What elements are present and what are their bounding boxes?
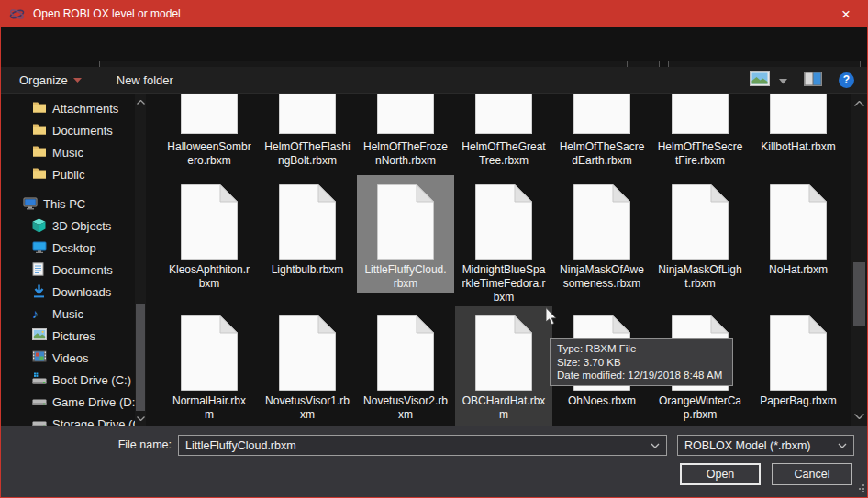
file-item[interactable]: NovetusVisor1.rb xm bbox=[259, 306, 356, 426]
file-item[interactable]: NinjaMaskOfAwe someness.rbxm bbox=[553, 175, 651, 293]
file-item[interactable]: NinjaMaskOfLigh t.rbxm bbox=[651, 175, 749, 293]
file-item-selected[interactable]: LittleFluffyCloud. rbxm bbox=[357, 175, 454, 293]
sidebar-item-boot-drive-c[interactable]: Boot Drive (C:) bbox=[1, 369, 135, 391]
rbxm-file-icon bbox=[259, 184, 356, 260]
sidebar-item-label: Pictures bbox=[52, 329, 95, 343]
sidebar-item-documents[interactable]: Documents bbox=[1, 259, 135, 281]
file-item[interactable]: HelmOfTheSecre tFire.rbxm bbox=[651, 94, 749, 174]
sidebar-item-public[interactable]: Public bbox=[1, 163, 135, 185]
file-label: KillbotHat.rbxm bbox=[750, 140, 847, 154]
sidebar-item-label: Documents bbox=[52, 263, 113, 277]
sidebar-item-attachments[interactable]: Attachments bbox=[1, 97, 135, 119]
rbxm-file-icon bbox=[161, 315, 258, 391]
file-label: NinjaMaskOfLigh t.rbxm bbox=[651, 263, 749, 291]
file-label: NinjaMaskOfAwe someness.rbxm bbox=[553, 263, 651, 291]
file-label: LittleFluffyCloud. rbxm bbox=[357, 263, 454, 291]
file-row: NormalHair.rbx m NovetusVisor1.rb xm Nov… bbox=[149, 306, 851, 426]
scroll-down-icon[interactable] bbox=[135, 412, 146, 425]
rbxm-file-icon bbox=[161, 94, 258, 134]
sidebar-item-label: Boot Drive (C:) bbox=[52, 373, 131, 387]
view-thumbnails-icon[interactable] bbox=[750, 71, 770, 89]
file-item[interactable]: Lightbulb.rbxm bbox=[259, 175, 356, 293]
rbxm-file-icon bbox=[357, 184, 454, 260]
view-dropdown-chevron-icon[interactable] bbox=[779, 73, 787, 87]
chevron-down-icon[interactable] bbox=[838, 443, 847, 448]
new-folder-button[interactable]: New folder bbox=[107, 67, 183, 93]
rbxm-file-icon bbox=[259, 315, 356, 391]
music-note-icon: ♪ bbox=[32, 306, 47, 321]
organize-caret-icon bbox=[73, 78, 82, 83]
file-label: MidnightBlueSpa rkleTimeFedora.r bxm bbox=[455, 263, 552, 304]
scroll-up-icon[interactable] bbox=[135, 95, 146, 108]
sidebar-item-label: 3D Objects bbox=[52, 219, 111, 233]
file-item[interactable]: HelmOfTheFlashi ngBolt.rbxm bbox=[259, 94, 356, 174]
sidebar-item-label: Music bbox=[52, 146, 83, 160]
open-button[interactable]: Open bbox=[680, 463, 761, 485]
window-title: Open ROBLOX level or model bbox=[33, 7, 181, 20]
file-item[interactable]: NoHat.rbxm bbox=[750, 175, 847, 293]
rbxm-file-icon bbox=[750, 315, 847, 391]
scroll-down-icon[interactable] bbox=[851, 410, 867, 423]
folder-icon bbox=[32, 123, 47, 138]
file-list: HalloweenSombr ero.rbxm HelmOfTheFlashi … bbox=[149, 94, 851, 426]
file-label: OhNoes.rbxm bbox=[553, 394, 651, 408]
new-folder-label: New folder bbox=[117, 73, 173, 87]
close-button[interactable]: × bbox=[825, 1, 867, 27]
file-item[interactable]: HelmOfTheSacre dEarth.rbxm bbox=[553, 94, 651, 174]
sidebar-item-downloads[interactable]: Downloads bbox=[1, 281, 135, 303]
file-list-scrollbar-thumb[interactable] bbox=[853, 262, 865, 326]
file-type-select[interactable]: ROBLOX Model (*.rbxm) bbox=[677, 435, 854, 456]
help-icon[interactable]: ? bbox=[839, 72, 854, 88]
sidebar-scrollbar-thumb[interactable] bbox=[136, 304, 145, 411]
file-label: OrangeWinterCa p.rbxm bbox=[651, 394, 749, 422]
rbxm-file-icon bbox=[750, 94, 847, 134]
file-item[interactable]: HelmOfTheFroze nNorth.rbxm bbox=[357, 94, 454, 174]
organize-button[interactable]: Organize bbox=[10, 67, 91, 93]
film-icon bbox=[32, 350, 47, 365]
sidebar-item-documents-folder[interactable]: Documents bbox=[1, 119, 135, 141]
scroll-up-icon[interactable] bbox=[851, 97, 867, 110]
navigation-pane: Attachments Documents Music Public This … bbox=[1, 94, 148, 426]
chevron-down-icon[interactable] bbox=[651, 443, 660, 448]
file-item[interactable]: KleosAphthiton.r bxm bbox=[161, 175, 258, 293]
computer-icon bbox=[23, 196, 38, 211]
sidebar-item-3d-objects[interactable]: 3D Objects bbox=[1, 215, 135, 237]
cancel-button[interactable]: Cancel bbox=[772, 463, 852, 485]
file-list-scrollbar[interactable] bbox=[851, 94, 867, 426]
file-item[interactable]: HalloweenSombr ero.rbxm bbox=[161, 94, 258, 174]
file-name-input[interactable]: LittleFluffyCloud.rbxm bbox=[178, 435, 667, 456]
sidebar-item-videos[interactable]: Videos bbox=[1, 347, 135, 369]
file-item[interactable]: NovetusVisor2.rb xm bbox=[357, 306, 454, 426]
dialog-footer: File name: LittleFluffyCloud.rbxm ROBLOX… bbox=[1, 426, 867, 497]
sidebar-item-pictures[interactable]: Pictures bbox=[1, 325, 135, 347]
rbxm-file-icon bbox=[259, 94, 356, 134]
cube-icon bbox=[32, 218, 47, 233]
folder-icon bbox=[32, 101, 47, 116]
sidebar-item-music[interactable]: ♪ Music bbox=[1, 303, 135, 325]
sidebar-item-game-drive-d[interactable]: Game Drive (D:) bbox=[1, 391, 135, 413]
resize-grip-icon[interactable] bbox=[856, 481, 865, 495]
title-bar[interactable]: Open ROBLOX level or model × bbox=[1, 1, 867, 27]
rbxm-file-icon bbox=[455, 315, 552, 391]
rbxm-file-icon bbox=[161, 184, 258, 260]
file-tooltip: Type: RBXM File Size: 3.70 KB Date modif… bbox=[550, 338, 733, 386]
sidebar-item-this-pc[interactable]: This PC bbox=[1, 193, 135, 215]
sidebar-item-storage-drive-g[interactable]: Storage Drive (G: bbox=[1, 413, 135, 426]
open-file-dialog: Open ROBLOX level or model × ← → ↑ « Pro… bbox=[0, 0, 868, 498]
file-item[interactable]: KillbotHat.rbxm bbox=[750, 94, 847, 174]
file-type-value: ROBLOX Model (*.rbxm) bbox=[684, 439, 838, 452]
file-item[interactable]: NormalHair.rbx m bbox=[161, 306, 258, 426]
sidebar-scrollbar[interactable] bbox=[135, 94, 146, 426]
organize-label: Organize bbox=[19, 73, 68, 87]
preview-pane-icon[interactable] bbox=[804, 72, 822, 89]
sidebar-item-label: Attachments bbox=[52, 102, 118, 116]
file-item[interactable]: MidnightBlueSpa rkleTimeFedora.r bxm bbox=[455, 175, 552, 293]
file-item[interactable]: PaperBag.rbxm bbox=[750, 306, 847, 426]
file-label: PaperBag.rbxm bbox=[750, 394, 847, 408]
file-label: KleosAphthiton.r bxm bbox=[161, 263, 258, 291]
sidebar-item-music-folder[interactable]: Music bbox=[1, 141, 135, 163]
sidebar-item-desktop[interactable]: Desktop bbox=[1, 237, 135, 259]
rbxm-file-icon bbox=[553, 94, 651, 134]
file-item[interactable]: HelmOfTheGreat Tree.rbxm bbox=[455, 94, 552, 174]
file-item-hovered[interactable]: OBCHardHat.rbx m bbox=[455, 306, 552, 426]
